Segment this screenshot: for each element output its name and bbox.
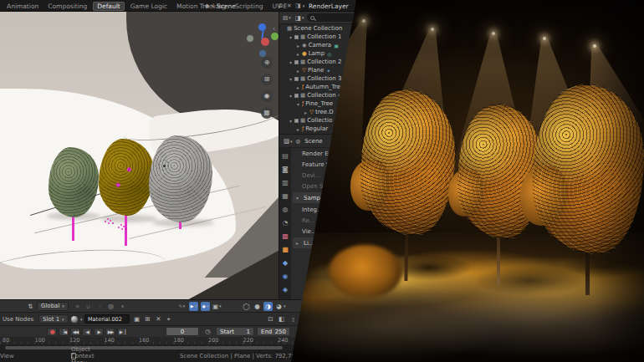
layout-tab[interactable]: Compositing	[44, 2, 90, 11]
properties-tab-icon[interactable]: ■	[282, 243, 289, 257]
display-mode-icon[interactable]: ◨▾	[294, 13, 305, 23]
viewport-3d[interactable]: ⊕⊞◉▦ ‹	[0, 12, 279, 299]
viewport-header-icon[interactable]: ◉▾	[201, 302, 210, 311]
axis-y-negative[interactable]	[247, 35, 253, 42]
outliner-item-label[interactable]: Collection 2	[307, 59, 341, 65]
playback-button[interactable]: ●	[47, 328, 57, 336]
viewport-nav-button[interactable]: ▦	[261, 107, 273, 119]
outliner-item-label[interactable]: Lamp	[309, 50, 325, 57]
playback-button[interactable]: ▶	[94, 328, 104, 336]
material-action-icon[interactable]: ✕	[154, 314, 163, 324]
auto-keyframe-clock-icon[interactable]: ◷	[203, 327, 212, 336]
scene-selector[interactable]: Scene	[217, 0, 236, 12]
outliner-item-label[interactable]: tree.D	[315, 109, 334, 115]
layout-tab[interactable]: Animation	[3, 2, 42, 11]
outliner-item-label[interactable]: Collection 1	[307, 33, 341, 40]
render-layer-selector[interactable]: RenderLayer	[309, 0, 349, 12]
outliner-item-label[interactable]: Collectio	[307, 117, 332, 124]
editor-menu-icon[interactable]: ⊡	[266, 314, 275, 324]
region-collapse-icon[interactable]: ‹	[273, 25, 275, 33]
playback-button[interactable]: ◀◀	[70, 328, 80, 336]
viewport-header-icon[interactable]: ∧	[118, 302, 127, 311]
properties-tab-icon[interactable]: ◔	[283, 217, 289, 230]
properties-tab-icon[interactable]: ◆	[283, 257, 288, 270]
sun-lamp-icon[interactable]	[158, 160, 169, 171]
outliner-row[interactable]: ▦ Scene Collection	[279, 24, 362, 33]
material-slot-dropdown[interactable]: Slot 1▾	[38, 314, 69, 324]
collection-checkbox[interactable]	[294, 35, 299, 39]
editor-menu-icon[interactable]: ⣿	[289, 314, 298, 324]
collection-checkbox[interactable]	[294, 60, 299, 64]
scene-browse-icon[interactable]: ◆▾	[205, 0, 213, 12]
properties-tab-icon[interactable]: ▦	[282, 190, 289, 203]
object-type-icon: ▽	[302, 67, 306, 74]
playback-button[interactable]: ▕◀	[59, 328, 69, 336]
properties-tab-icon[interactable]: ▤	[282, 150, 289, 163]
properties-browse-icon[interactable]: ▨▾	[283, 136, 294, 145]
material-preview-icon[interactable]	[71, 316, 78, 323]
material-action-icon[interactable]: ⊞	[143, 314, 152, 324]
render-layer-browse-icon[interactable]: ◨▾	[295, 0, 304, 12]
layout-tab[interactable]: Scripting	[232, 2, 266, 11]
viewport-header-icon[interactable]: ✎▾	[177, 302, 187, 311]
viewport-header-icon[interactable]: ◎	[106, 302, 115, 311]
shading-mode-icon[interactable]: ●	[253, 302, 262, 311]
shading-mode-icon[interactable]: ◯	[242, 302, 251, 311]
outliner-item-label[interactable]: Collection 4	[307, 92, 341, 99]
material-action-icon[interactable]: ▣	[132, 314, 141, 324]
collection-checkbox[interactable]	[294, 94, 299, 98]
object-type-icon: ƒ	[302, 100, 304, 107]
use-nodes-label[interactable]: Use Nodes	[3, 316, 33, 323]
properties-tab-icon[interactable]: ◙	[282, 163, 289, 176]
material-name-field[interactable]: Material.002	[84, 314, 130, 324]
viewport-header-icon[interactable]: ∪	[84, 302, 93, 311]
frame-end-field[interactable]: End250	[257, 327, 290, 336]
axis-z-negative[interactable]	[259, 50, 266, 57]
scrollbar-thumb[interactable]	[5, 346, 283, 349]
properties-tab-icon[interactable]: ▥	[282, 176, 289, 190]
outliner-item-label[interactable]: Plane	[308, 67, 324, 74]
delete-scene-icon[interactable]: ✕	[287, 0, 292, 12]
viewport-nav-button[interactable]: ◉	[261, 90, 273, 102]
viewport-header-icon[interactable]: ⊙	[73, 302, 82, 311]
frame-start-field[interactable]: Start1	[216, 327, 254, 336]
playback-button[interactable]: ▶▶	[105, 328, 115, 336]
properties-tab-icon[interactable]: ◍	[283, 203, 289, 217]
restriction-icon[interactable]: ◎	[327, 51, 331, 57]
panel-arrow-icon[interactable]: ▾	[296, 195, 301, 201]
properties-tab-icon[interactable]: ◈	[283, 283, 288, 297]
outliner-item-label[interactable]: Scene Collection	[294, 25, 342, 32]
properties-tab-icon[interactable]: ◉	[283, 270, 289, 283]
pin-icon[interactable]: ⌖	[164, 314, 173, 324]
outliner-item-label[interactable]: Regular	[305, 125, 328, 132]
properties-tab-icon[interactable]: ▩	[282, 230, 289, 243]
outliner-item-label[interactable]: Collection 3	[307, 75, 341, 82]
panel-arrow-icon[interactable]: ▸	[296, 240, 301, 246]
layout-tab[interactable]: Default	[93, 2, 124, 11]
new-scene-icon[interactable]: ⧉	[279, 0, 283, 12]
filter-icon[interactable]: ⊟▾	[282, 13, 292, 23]
layout-tab[interactable]: Game Logic	[127, 2, 171, 11]
outliner-item-label[interactable]: Camera	[309, 42, 331, 48]
shading-dropdown-icon[interactable]: ▾	[284, 303, 286, 308]
axis-y[interactable]	[271, 33, 279, 40]
editor-menu-icon[interactable]: ◧	[277, 314, 286, 324]
viewport-nav-button[interactable]: ⊕	[261, 57, 273, 69]
playback-button[interactable]: ◀	[82, 328, 92, 336]
collection-checkbox[interactable]	[294, 119, 299, 123]
viewport-nav-button[interactable]: ⊞	[261, 74, 273, 85]
restriction-icon[interactable]: ✦	[326, 68, 330, 74]
outliner-item-label[interactable]: Pine_Tree	[305, 100, 333, 107]
collection-checkbox[interactable]	[294, 77, 299, 81]
current-frame-field[interactable]: 0	[166, 327, 199, 336]
outliner-item-label[interactable]: Autumn_Tre	[305, 84, 340, 90]
outliner-search-input[interactable]	[307, 13, 360, 22]
orientation-dropdown[interactable]: Global▾	[37, 302, 69, 311]
restriction-icon[interactable]: ▣	[334, 43, 339, 48]
viewport-header-icon[interactable]: ▣▾	[212, 302, 222, 311]
viewport-header-icon[interactable]: ∴	[95, 302, 105, 311]
viewport-header-icon[interactable]: ▶▾	[189, 302, 198, 311]
axis-x[interactable]	[261, 38, 269, 46]
playback-button[interactable]: ▶▕	[117, 328, 127, 336]
shading-mode-icon[interactable]: ◑	[263, 302, 273, 311]
